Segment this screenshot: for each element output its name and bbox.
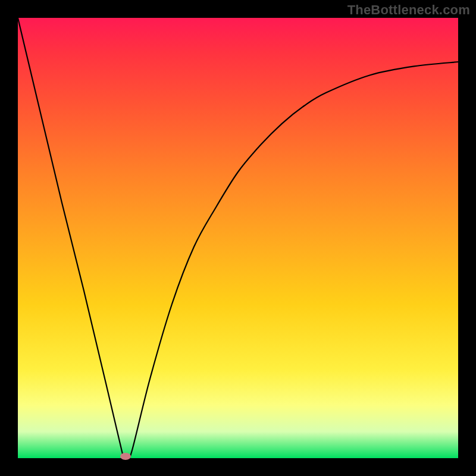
bottleneck-curve-path xyxy=(18,18,458,458)
watermark-text: TheBottleneck.com xyxy=(347,2,470,18)
curve-svg xyxy=(18,18,458,458)
minimum-marker-dot xyxy=(120,453,131,460)
chart-frame: TheBottleneck.com xyxy=(0,0,476,476)
plot-area xyxy=(18,18,458,458)
